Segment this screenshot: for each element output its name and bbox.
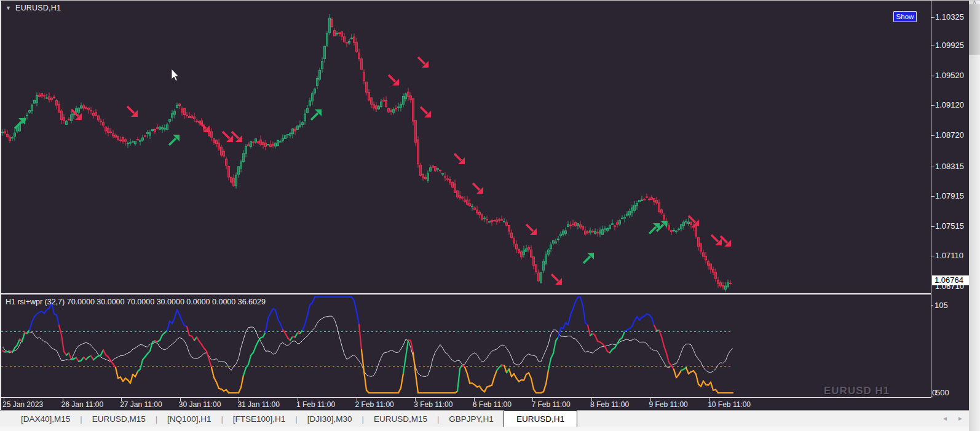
pane-separator-line[interactable]	[1, 293, 931, 294]
price-tick-label: 1.08315	[935, 162, 964, 171]
indicator-label: H1 rsi+wpr (32,7) 70.0000 30.0000 70.000…	[6, 298, 266, 306]
sell-signal-arrow-icon	[389, 75, 399, 85]
sell-signal-arrow-icon	[711, 235, 722, 245]
chart-tab[interactable]: GBPJPY,H1	[439, 411, 504, 427]
main-chart-canvas[interactable]	[1, 1, 931, 293]
time-tick-label: 30 Jan 11:00	[179, 400, 221, 409]
chart-tab[interactable]: [DJI30],M30	[298, 411, 362, 427]
price-tick-label: 1.09520	[935, 71, 964, 80]
current-price-box: 1.06764	[932, 275, 969, 285]
chart-symbol-label: ▼EURUSD,H1	[6, 4, 61, 12]
vertical-scrollbar[interactable]: ∧	[969, 1, 980, 431]
sell-signal-arrow-icon	[223, 132, 233, 142]
price-tick	[931, 167, 935, 167]
time-tick-label: 1 Feb 11:00	[296, 400, 335, 409]
scrollbar-thumb[interactable]	[969, 4, 980, 55]
sell-signal-arrow-icon	[473, 183, 483, 194]
price-tick	[931, 45, 935, 46]
symbol-period-text: EURUSD,H1	[15, 4, 61, 12]
time-axis[interactable]: 25 Jan 202326 Jan 11:0027 Jan 11:0030 Ja…	[1, 398, 970, 410]
price-tick	[931, 105, 935, 106]
time-tick-label: 9 Feb 11:00	[649, 400, 688, 409]
tab-scroll-left-icon[interactable]: ◄	[942, 415, 948, 422]
time-tick-label: 7 Feb 11:00	[531, 400, 570, 409]
price-tick	[931, 256, 935, 256]
buy-signal-arrow-icon	[583, 253, 594, 263]
sell-signal-arrow-icon	[454, 154, 465, 164]
sell-signal-arrow-icon	[526, 224, 537, 235]
chart-tab[interactable]: [NQ100],H1	[157, 411, 221, 427]
time-tick-label: 31 Jan 11:00	[237, 400, 280, 409]
chart-tab-active[interactable]: EURUSD,H1	[504, 410, 577, 427]
price-tick-label: 1.07110	[935, 251, 963, 260]
time-tick-label: 6 Feb 11:00	[473, 400, 512, 409]
time-tick-label: 3 Feb 11:00	[414, 400, 452, 409]
chart-tab[interactable]: EURUSD,M15	[82, 411, 156, 427]
indicator-scale-top: 105	[935, 301, 948, 310]
indicator-scale-overlap: 500	[936, 388, 949, 397]
price-tick-label: 1.10325	[935, 13, 964, 22]
indicator-pane-canvas[interactable]	[1, 295, 931, 397]
sell-signal-arrow-icon	[421, 107, 431, 117]
mouse-cursor	[171, 68, 180, 82]
chart-window: ▼EURUSD,H1 Show 1.103251.099251.095201.0…	[0, 1, 969, 410]
price-tick-label: 1.09120	[935, 101, 964, 109]
indicator-scale-tick	[931, 397, 933, 397]
sell-signal-arrow-icon	[418, 57, 429, 68]
chart-tab-bar: [DAX40],M15|EURUSD,M15|[NQ100],H1|[FTSE1…	[0, 410, 969, 427]
price-tick	[931, 226, 935, 227]
time-tick-label: 8 Feb 11:00	[590, 400, 629, 409]
indicator-scale-tick	[931, 305, 933, 306]
buy-signal-arrow-icon	[169, 135, 180, 145]
tab-scroll-right-icon[interactable]: ►	[957, 415, 963, 422]
time-tick-label: 27 Jan 11:00	[120, 400, 162, 409]
price-tick	[931, 196, 935, 197]
price-tick-label: 1.07915	[935, 192, 964, 200]
chart-tab[interactable]: EURUSD,M15	[364, 411, 437, 427]
window-bottom-strip	[0, 427, 969, 431]
time-tick-label: 25 Jan 2023	[2, 400, 43, 409]
chart-tab[interactable]: [FTSE100],H1	[223, 411, 296, 427]
price-tick-label: 1.07515	[935, 222, 964, 231]
collapse-triangle-icon[interactable]: ▼	[6, 5, 11, 11]
price-tick	[931, 17, 935, 18]
chart-watermark: EURUSD H1	[824, 385, 890, 397]
chart-tab[interactable]: [DAX40],M15	[11, 411, 80, 427]
price-scale-divider	[931, 1, 931, 398]
price-tick-label: 1.08720	[935, 131, 964, 140]
price-tick	[931, 135, 935, 136]
price-tick-label: 1.09925	[935, 41, 964, 50]
time-tick-label: 10 Feb 11:00	[708, 400, 751, 409]
buy-signal-arrow-icon	[311, 109, 322, 120]
mt-terminal-window: ▼EURUSD,H1 Show 1.103251.099251.095201.0…	[0, 0, 980, 431]
sell-signal-arrow-icon	[127, 106, 138, 117]
show-button[interactable]: Show	[893, 11, 917, 22]
chart-tabs: [DAX40],M15|EURUSD,M15|[NQ100],H1|[FTSE1…	[0, 411, 577, 427]
sell-signal-arrow-icon	[551, 274, 562, 285]
sell-signal-arrow-icon	[721, 236, 731, 247]
time-tick-label: 26 Jan 11:00	[61, 400, 104, 409]
price-tick	[931, 76, 935, 76]
time-tick-label: 2 Feb 11:00	[355, 400, 394, 409]
sell-signal-arrow-icon	[232, 132, 242, 142]
